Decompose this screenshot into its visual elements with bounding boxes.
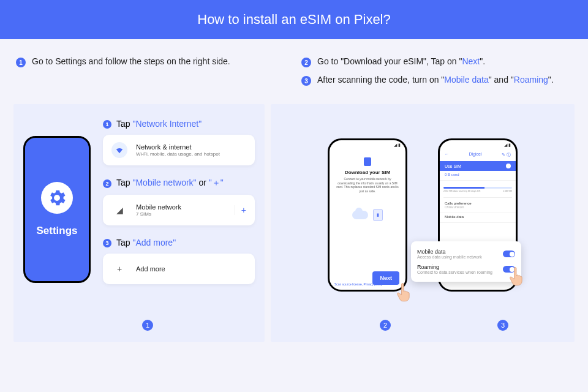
row-sub: China Unicom xyxy=(445,205,511,209)
plus-icon[interactable]: + xyxy=(235,205,246,215)
toggle-on-icon xyxy=(506,164,511,168)
mobile-network-card[interactable]: ◢ Mobile network 7 SIMs + xyxy=(103,195,255,225)
text: ". xyxy=(480,56,485,66)
steps-column: 1 Tap "Network Internet" Network & inter… xyxy=(103,119,255,330)
step-2-head: 2 Tap "Mobile network" or "＋" xyxy=(103,178,255,189)
graph-left-label: 2.00 GB data warning 30 days left xyxy=(443,189,480,192)
step-1-text: Tap "Network Internet" xyxy=(116,119,202,129)
card-sub: Wi-Fi, mobile, data usage, and hotspot xyxy=(136,151,246,157)
step-2-text: Tap "Mobile network" or "＋" xyxy=(116,178,224,189)
panel-badge-1: 1 xyxy=(142,320,153,331)
next-button[interactable]: Next xyxy=(372,271,399,285)
card-title: Network & internet xyxy=(136,143,246,151)
panel-right: ◢ ▮ Download your SIM Connect to your mo… xyxy=(271,104,575,342)
step-badge-3: 3 xyxy=(103,239,111,247)
text: After scanning the code, turn on " xyxy=(317,75,444,85)
network-internet-card[interactable]: Network & internet Wi-Fi, mobile, data u… xyxy=(103,135,255,165)
wifi-icon xyxy=(111,142,127,158)
text: Tap xyxy=(116,119,132,129)
intro-right: 2 Go to "Download your eSIM", Tap on "Ne… xyxy=(301,56,572,93)
intro-section: 1 Go to Settings and follow the steps on… xyxy=(0,39,588,104)
intro-step-2-text: Go to "Download your eSIM", Tap on "Next… xyxy=(317,56,485,66)
graph-right-label: 2.00 GB xyxy=(503,189,512,192)
panels: Settings 1 Tap "Network Internet" Networ… xyxy=(0,104,588,342)
toggle-title: Mobile data xyxy=(417,249,482,255)
step-badge-1: 1 xyxy=(103,120,111,129)
roaming-toggle-row[interactable]: RoamingConnect to data services when roa… xyxy=(417,262,515,277)
phone-download-sim: ◢ ▮ Download your SIM Connect to your mo… xyxy=(328,138,407,292)
card-title: Mobile network xyxy=(136,203,226,211)
intro-step-2: 2 Go to "Download your eSIM", Tap on "Ne… xyxy=(301,56,572,67)
mobile-data-link: Mobile data xyxy=(444,75,488,85)
header: How to install an eSIM on Pixel? xyxy=(0,0,588,39)
text: Tap xyxy=(116,238,132,247)
toggle-sub: Connect to data services when roaming xyxy=(417,270,492,274)
data-graph: 2.00 GB data warning 30 days left2.00 GB xyxy=(443,187,512,198)
step-3: 3 Tap "Add more" + Add more xyxy=(103,238,255,284)
carrier-name: Digicel xyxy=(469,152,482,158)
step-1-head: 1 Tap "Network Internet" xyxy=(103,119,255,129)
step-3-head: 3 Tap "Add more" xyxy=(103,238,255,247)
row-title: Mobile data xyxy=(445,215,511,219)
step-1: 1 Tap "Network Internet" Network & inter… xyxy=(103,119,255,165)
roaming-link: Roaming xyxy=(514,75,548,85)
use-sim-row[interactable]: Use SIM xyxy=(440,161,516,171)
highlight: "Add more" xyxy=(132,238,176,247)
badge-1: 1 xyxy=(16,58,26,67)
next-link: Next xyxy=(462,56,480,66)
intro-step-3-text: After scanning the code, turn on "Mobile… xyxy=(317,75,554,85)
highlight: "Network Internet" xyxy=(132,119,202,129)
add-more-card[interactable]: + Add more xyxy=(103,254,255,284)
panel-badge-3: 3 xyxy=(497,320,508,331)
gear-icon xyxy=(41,182,73,214)
toggle-on-icon[interactable] xyxy=(503,251,515,257)
signal-icon: ◢ xyxy=(111,202,127,218)
intro-step-1: 1 Go to Settings and follow the steps on… xyxy=(16,56,287,67)
step-3-text: Tap "Add more" xyxy=(116,238,176,247)
badge-2: 2 xyxy=(301,58,311,67)
sim-icon xyxy=(364,157,371,166)
text: Go to "Download your eSIM", Tap on " xyxy=(317,56,462,66)
panel-left: Settings 1 Tap "Network Internet" Networ… xyxy=(13,104,265,342)
mobile-data-toggle-row[interactable]: Mobile dataAccess data using mobile netw… xyxy=(417,246,515,262)
highlight: "＋" xyxy=(209,178,224,187)
use-sim-label: Use SIM xyxy=(445,164,461,168)
text: or xyxy=(197,178,209,187)
card-text: Mobile network 7 SIMs xyxy=(136,203,226,217)
calls-pref-row[interactable]: Calls preferenceChina Unicom xyxy=(440,200,516,213)
intro-step-3: 3 After scanning the code, turn on "Mobi… xyxy=(301,75,572,86)
step-badge-2: 2 xyxy=(103,179,111,188)
card-text: Network & internet Wi-Fi, mobile, data u… xyxy=(136,143,246,157)
step-2: 2 Tap "Mobile network" or "＋" ◢ Mobile n… xyxy=(103,178,255,225)
phone-2-wrap: ◢ ▮ Download your SIM Connect to your mo… xyxy=(328,138,407,292)
sim-card-icon: ▮ xyxy=(373,209,383,221)
mobile-data-row[interactable]: Mobile data xyxy=(440,213,516,223)
intro-step-1-text: Go to Settings and follow the steps on t… xyxy=(32,56,230,66)
statusbar: ◢ ▮ xyxy=(440,140,516,150)
card-title: Add more xyxy=(136,265,246,273)
phone-3-wrap: ◢ ▮ ←Digicel✎ ⓘ Use SIM 0 B used 2.00 GB… xyxy=(438,138,518,292)
toggle-title: Roaming xyxy=(417,264,492,270)
badge-3: 3 xyxy=(301,76,311,86)
traffic-row: 0 B used xyxy=(440,171,516,181)
download-sim-content: Download your SIM Connect to your mobile… xyxy=(330,150,405,241)
statusbar: ◢ ▮ xyxy=(330,140,405,150)
cloud-icon xyxy=(352,211,368,219)
text: " and " xyxy=(489,75,514,85)
toggle-sub: Access data using mobile network xyxy=(417,255,482,259)
card-text: Add more xyxy=(136,265,246,273)
cloud-illustration: ▮ xyxy=(352,209,383,221)
toggle-on-icon[interactable] xyxy=(503,266,515,273)
card-sub: 7 SIMs xyxy=(136,211,226,217)
text: Tap xyxy=(116,178,132,187)
phone-settings-mock: Settings xyxy=(23,136,91,283)
highlight: "Mobile network" xyxy=(132,178,196,187)
toggle-overlay: Mobile dataAccess data using mobile netw… xyxy=(411,241,521,282)
panel-badge-2: 2 xyxy=(380,320,391,331)
download-title: Download your SIM xyxy=(345,170,390,175)
carrier-row: ←Digicel✎ ⓘ xyxy=(440,150,516,160)
page-title: How to install an eSIM on Pixel? xyxy=(197,12,391,28)
intro-left: 1 Go to Settings and follow the steps on… xyxy=(16,56,287,93)
download-text: Connect to your mobile network by downlo… xyxy=(336,177,399,193)
text: ". xyxy=(548,75,554,85)
